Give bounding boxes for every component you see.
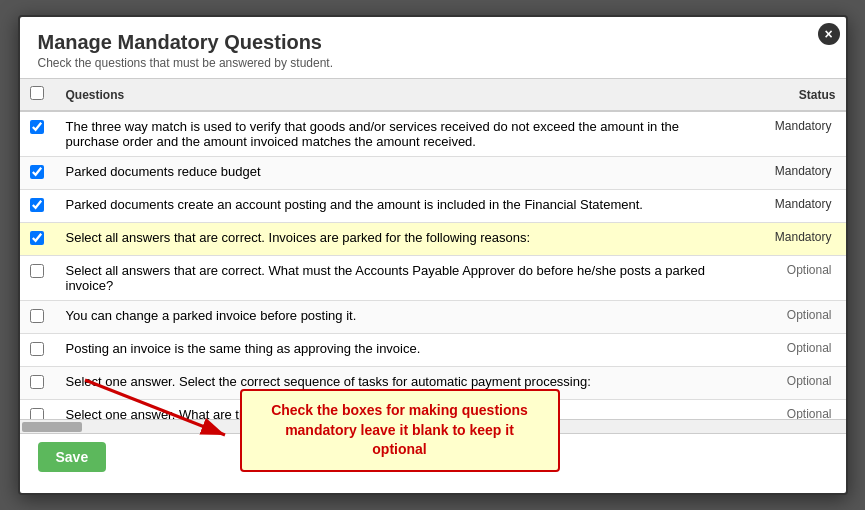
- tooltip-box: Check the boxes for making questions man…: [240, 389, 560, 472]
- status-badge: Mandatory: [746, 111, 846, 157]
- question-checkbox[interactable]: [30, 264, 44, 278]
- questions-table-container[interactable]: Questions Status The three way match is …: [20, 79, 846, 419]
- table-row: You can change a parked invoice before p…: [20, 301, 846, 334]
- table-row: Posting an invoice is the same thing as …: [20, 334, 846, 367]
- save-button[interactable]: Save: [38, 442, 107, 472]
- row-check-cell[interactable]: [20, 157, 56, 190]
- row-check-cell[interactable]: [20, 301, 56, 334]
- table-row: The three way match is used to verify th…: [20, 111, 846, 157]
- status-badge: Optional: [746, 400, 846, 420]
- question-checkbox[interactable]: [30, 309, 44, 323]
- row-check-cell[interactable]: [20, 111, 56, 157]
- h-scroll-thumb: [22, 422, 82, 432]
- table-row: Select all answers that are correct. Wha…: [20, 256, 846, 301]
- question-checkbox[interactable]: [30, 165, 44, 179]
- questions-table: Questions Status The three way match is …: [20, 79, 846, 419]
- row-check-cell[interactable]: [20, 256, 56, 301]
- row-check-cell[interactable]: [20, 190, 56, 223]
- status-badge: Optional: [746, 256, 846, 301]
- question-checkbox[interactable]: [30, 231, 44, 245]
- question-text: The three way match is used to verify th…: [56, 111, 746, 157]
- modal-subtitle: Check the questions that must be answere…: [38, 56, 828, 70]
- question-text: Parked documents reduce budget: [56, 157, 746, 190]
- select-all-checkbox[interactable]: [30, 86, 44, 100]
- modal-header: Manage Mandatory Questions Check the que…: [20, 17, 846, 79]
- question-checkbox[interactable]: [30, 375, 44, 389]
- status-badge: Optional: [746, 367, 846, 400]
- modal-title: Manage Mandatory Questions: [38, 31, 828, 54]
- table-row: Select all answers that are correct. Inv…: [20, 223, 846, 256]
- header-status-col: Status: [746, 79, 846, 111]
- header-questions-col: Questions: [56, 79, 746, 111]
- question-checkbox[interactable]: [30, 120, 44, 134]
- modal-container: × Manage Mandatory Questions Check the q…: [18, 15, 848, 495]
- question-checkbox[interactable]: [30, 198, 44, 212]
- row-check-cell[interactable]: [20, 367, 56, 400]
- question-text: Select all answers that are correct. Inv…: [56, 223, 746, 256]
- question-text: Posting an invoice is the same thing as …: [56, 334, 746, 367]
- status-badge: Optional: [746, 334, 846, 367]
- row-check-cell[interactable]: [20, 400, 56, 420]
- table-header-row: Questions Status: [20, 79, 846, 111]
- footer-area: Save Check the boxes for making question…: [20, 433, 846, 480]
- question-text: Parked documents create an account posti…: [56, 190, 746, 223]
- status-badge: Mandatory: [746, 190, 846, 223]
- status-badge: Optional: [746, 301, 846, 334]
- question-checkbox[interactable]: [30, 408, 44, 419]
- row-check-cell[interactable]: [20, 223, 56, 256]
- close-button[interactable]: ×: [818, 23, 840, 45]
- header-check-col[interactable]: [20, 79, 56, 111]
- table-row: Parked documents create an account posti…: [20, 190, 846, 223]
- status-badge: Mandatory: [746, 223, 846, 256]
- table-body: The three way match is used to verify th…: [20, 111, 846, 419]
- question-text: You can change a parked invoice before p…: [56, 301, 746, 334]
- status-badge: Mandatory: [746, 157, 846, 190]
- table-row: Parked documents reduce budgetMandatory: [20, 157, 846, 190]
- question-text: Select all answers that are correct. Wha…: [56, 256, 746, 301]
- row-check-cell[interactable]: [20, 334, 56, 367]
- question-checkbox[interactable]: [30, 342, 44, 356]
